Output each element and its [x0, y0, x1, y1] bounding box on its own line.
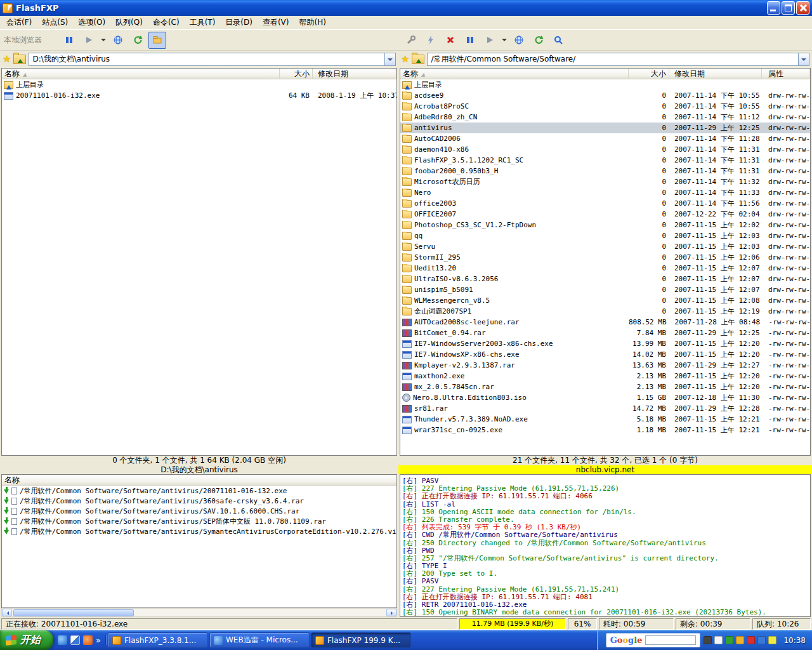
menu-item[interactable]: 目录(D) — [220, 16, 258, 29]
column-header-name[interactable]: 名称 — [400, 69, 629, 79]
queue-item[interactable]: /常用软件/Common Software/Software/antivirus… — [2, 506, 396, 516]
folder-sync-button[interactable] — [148, 32, 166, 49]
minimize-button[interactable] — [767, 1, 780, 15]
taskbar-task-button[interactable]: FlashFXP_3.3.8.1... — [108, 632, 208, 648]
file-row[interactable]: StormII_295 0 2007-11-15 上午 12:06 drw-rw… — [400, 252, 810, 263]
file-row[interactable]: Servu 0 2007-11-15 上午 12:03 drw-rw-rw- — [400, 241, 810, 252]
file-row[interactable]: Acrobat8ProSC 0 2007-11-14 下午 10:55 drw-… — [400, 101, 810, 112]
refresh-button[interactable] — [129, 32, 147, 49]
column-header-size[interactable]: 大小 — [280, 69, 313, 79]
queue-item[interactable]: /常用软件/Common Software/Software/antivirus… — [2, 516, 396, 526]
file-row[interactable]: IE7-WindowsXP-x86-chs.exe 14.02 MB 2007-… — [400, 349, 810, 360]
column-header-name[interactable]: 名称 — [2, 69, 280, 79]
menu-item[interactable]: 命令(C) — [148, 16, 185, 29]
file-row[interactable]: WLMessengercn_v8.5 0 2007-11-15 上午 12:08… — [400, 295, 810, 306]
file-row[interactable]: 上层目录 — [2, 79, 396, 90]
transfer-mode-button[interactable] — [109, 32, 127, 49]
queue-item[interactable]: /常用软件/Common Software/Software/antivirus… — [2, 486, 396, 496]
queue-item[interactable]: /常用软件/Common Software/Software/antivirus… — [2, 496, 396, 506]
pause-queue-button[interactable] — [60, 32, 78, 49]
file-row[interactable]: Nero.8.Ultra.Edition803.iso 1.15 GB 2007… — [400, 392, 810, 403]
file-row[interactable]: 金山词霸2007SP1 0 2007-11-15 上午 12:19 drw-rw… — [400, 306, 810, 317]
file-row[interactable]: BitComet_0.94.rar 7.84 MB 2007-11-29 上午 … — [400, 328, 810, 338]
remote-transfer-mode-button[interactable] — [510, 32, 528, 49]
remote-transfer-dropdown-arrow-icon[interactable] — [501, 32, 508, 49]
disconnect-button[interactable] — [442, 32, 459, 49]
scroll-right-arrow-icon[interactable] — [386, 609, 396, 616]
remote-pause-queue-button[interactable] — [461, 32, 479, 49]
tray-icon[interactable] — [757, 636, 766, 644]
file-row[interactable]: AutoCAD2006 0 2007-11-14 下午 11:28 drw-rw… — [400, 133, 810, 144]
file-row[interactable]: sr81.rar 14.72 MB 2007-11-29 上午 12:28 -r… — [400, 403, 810, 414]
quick-launch-media-icon[interactable] — [83, 635, 93, 645]
file-row[interactable]: qq 0 2007-11-15 上午 12:03 drw-rw-rw- — [400, 230, 810, 241]
tray-icon[interactable] — [725, 636, 733, 644]
local-up-directory-button[interactable] — [13, 55, 26, 64]
quick-launch-show-desktop-icon[interactable] — [70, 635, 80, 645]
menu-item[interactable]: 工具(T) — [185, 16, 221, 29]
tray-icon[interactable] — [768, 636, 776, 644]
file-row[interactable]: daemon410-x86 0 2007-11-14 下午 11:31 drw-… — [400, 144, 810, 155]
file-row[interactable]: Nero 0 2007-11-14 下午 11:33 drw-rw-rw- — [400, 187, 810, 198]
tray-icon[interactable] — [736, 636, 744, 644]
remote-start-transfer-button[interactable] — [481, 32, 499, 49]
local-path-dropdown-icon[interactable] — [384, 53, 395, 65]
maximize-button[interactable] — [782, 1, 795, 15]
bookmarks-star-icon[interactable] — [401, 55, 409, 64]
file-row[interactable]: Photoshop_CS3_SC_V1.2-FtpDown 0 2007-11-… — [400, 220, 810, 230]
queue-item[interactable]: /常用软件/Common Software/Software/antivirus… — [2, 526, 396, 536]
remote-path-dropdown-icon[interactable] — [798, 53, 809, 65]
menu-item[interactable]: 选项(O) — [73, 16, 110, 29]
remote-up-directory-button[interactable] — [412, 55, 424, 64]
column-header-date[interactable]: 修改日期 — [313, 69, 396, 79]
start-transfer-button[interactable] — [80, 32, 98, 49]
file-row[interactable]: mx_2.0.5.7845cn.rar 2.13 MB 2007-11-15 上… — [400, 381, 810, 392]
local-path-combobox[interactable]: D:\我的文档\antivirus — [29, 53, 396, 66]
file-row[interactable]: Microsoft农历日历 0 2007-11-14 下午 11:32 drw-… — [400, 176, 810, 187]
queue-column-header[interactable]: 名称 — [2, 475, 396, 486]
file-row[interactable]: Kmplayer-v2.9.3.1387.rar 13.63 MB 2007-1… — [400, 360, 810, 371]
file-row[interactable]: OFFICE2007 0 2007-12-22 下午 02:04 drw-rw-… — [400, 209, 810, 220]
file-row[interactable]: antivirus 0 2007-11-29 上午 12:25 drw-rw-r… — [400, 123, 810, 133]
taskbar-task-button[interactable]: WEB迅雷 - Micros... — [209, 632, 310, 648]
start-button[interactable]: 开始 — [0, 630, 53, 650]
bookmarks-star-icon[interactable] — [3, 55, 11, 64]
transfer-dropdown-arrow-icon[interactable] — [100, 32, 107, 49]
close-button[interactable] — [796, 1, 809, 15]
menu-item[interactable]: 队列(Q) — [110, 16, 148, 29]
column-header-attr[interactable]: 属性 — [762, 69, 810, 79]
file-row[interactable]: unispim5_b5091 0 2007-11-15 上午 12:07 drw… — [400, 284, 810, 295]
taskbar-task-button[interactable]: FlashFXP 199.9 K... — [311, 632, 411, 648]
menu-item[interactable]: 站点(S) — [37, 16, 73, 29]
menu-item[interactable]: 帮助(H) — [294, 16, 331, 29]
file-row[interactable]: AdbeRdr80_zh_CN 0 2007-11-14 下午 11:12 dr… — [400, 112, 810, 123]
file-row[interactable]: acdsee9 0 2007-11-14 下午 10:55 drw-rw-rw- — [400, 90, 810, 101]
menu-item[interactable]: 查看(V) — [258, 16, 294, 29]
file-row[interactable]: UltraISO-v8.6.3.2056 0 2007-11-15 上午 12:… — [400, 274, 810, 284]
scroll-left-arrow-icon[interactable] — [2, 609, 12, 616]
scrollbar-thumb[interactable] — [13, 609, 134, 616]
google-search-deskband[interactable]: Google — [606, 633, 701, 647]
remote-refresh-button[interactable] — [530, 32, 547, 49]
file-row[interactable]: IE7-WindowsServer2003-x86-chs.exe 13.99 … — [400, 338, 810, 349]
tray-icon[interactable] — [704, 636, 712, 644]
file-row[interactable]: wrar371sc_cn-0925.exe 1.18 MB 2007-11-15… — [400, 425, 810, 435]
file-row[interactable]: 20071101-016-i32.exe 64 KB 2008-1-19 上午 … — [2, 90, 396, 101]
file-row[interactable]: office2003 0 2007-11-14 下午 11:56 drw-rw-… — [400, 198, 810, 209]
file-row[interactable]: maxthon2.exe 2.13 MB 2007-11-15 上午 12:20… — [400, 371, 810, 381]
quick-launch-chevron-icon[interactable] — [96, 635, 101, 645]
connect-button[interactable] — [422, 32, 440, 49]
file-row[interactable]: AUTOcad2008sc-leejune.rar 808.52 MB 2007… — [400, 317, 810, 328]
tray-icon[interactable] — [747, 636, 755, 644]
google-search-input[interactable] — [645, 635, 696, 645]
remote-path-combobox[interactable]: /常用软件/Common Software/Software/ — [427, 53, 809, 66]
file-row[interactable]: 上层目录 — [400, 79, 810, 90]
tray-icon[interactable] — [714, 636, 723, 644]
file-row[interactable]: FlashFXP_3.5.1.1202_RC1_SC 0 2007-11-14 … — [400, 155, 810, 166]
menu-item[interactable]: 会话(F) — [1, 16, 37, 29]
quick-connect-button[interactable] — [402, 32, 420, 49]
file-row[interactable]: Uedit13.20 0 2007-11-15 上午 12:07 drw-rw-… — [400, 263, 810, 274]
column-header-size[interactable]: 大小 — [629, 69, 669, 79]
file-row[interactable]: foobar2000_0.950b3_H 0 2007-11-14 下午 11:… — [400, 166, 810, 176]
find-button[interactable] — [549, 32, 567, 49]
